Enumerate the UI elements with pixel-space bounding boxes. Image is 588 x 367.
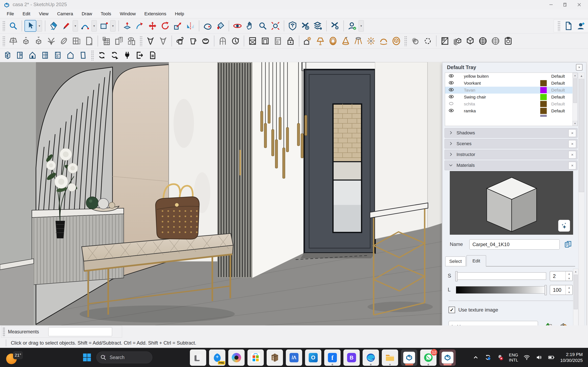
saturation-spinner[interactable]: ▲▼ [566, 271, 572, 281]
measurements-input[interactable] [48, 327, 112, 336]
toolbar-drag-handle[interactable] [2, 36, 5, 46]
wifi-icon[interactable] [522, 353, 531, 362]
chevron-right-icon[interactable] [448, 152, 454, 157]
menu-file[interactable]: File [2, 9, 18, 18]
tag-color-swatch[interactable] [540, 101, 547, 107]
spin-down-icon[interactable]: ▼ [566, 290, 572, 295]
taskbar-app-media-app[interactable] [267, 350, 283, 366]
spot-light-icon[interactable] [352, 35, 364, 47]
trimble-connect-sync-icon[interactable] [299, 20, 311, 32]
tag-color-swatch[interactable] [540, 108, 547, 114]
move-icon[interactable] [147, 20, 158, 32]
window-pair-icon[interactable] [71, 35, 82, 47]
taskbar-app-b-app[interactable]: B [343, 350, 360, 366]
menu-edit[interactable]: Edit [18, 9, 35, 18]
lightness-slider[interactable] [456, 286, 546, 294]
house-outline-icon[interactable] [65, 49, 76, 61]
zoom-icon[interactable] [257, 20, 269, 32]
tab-select[interactable]: Select [445, 257, 466, 266]
scale-icon[interactable] [172, 20, 184, 32]
menu-extensions[interactable]: Extensions [140, 9, 171, 18]
visibility-frames-icon[interactable] [126, 35, 138, 47]
point-light-icon[interactable] [365, 35, 377, 47]
checker-material-icon[interactable] [439, 35, 451, 47]
window-split-icon[interactable] [39, 49, 51, 61]
turntable-icon[interactable] [229, 35, 241, 47]
taskbar-app-facebook[interactable]: f [324, 350, 341, 366]
report-icon[interactable] [147, 49, 158, 61]
loop-b-icon[interactable] [157, 35, 169, 47]
texture-ball-icon[interactable] [477, 35, 489, 47]
start-button[interactable] [81, 352, 93, 363]
panel-grid-icon[interactable] [100, 35, 112, 47]
saturation-slider[interactable] [456, 272, 546, 280]
toolbar-drag-handle[interactable] [2, 21, 5, 31]
tape-measure-icon[interactable] [202, 20, 214, 32]
zoom-extents-icon[interactable] [269, 20, 281, 32]
section-close-button[interactable]: × [568, 129, 576, 137]
sync-icon[interactable] [96, 49, 108, 61]
plugin-icon[interactable] [121, 49, 133, 61]
soft-shadows-icon[interactable] [409, 35, 421, 47]
tray-scrollbar[interactable]: ▲ ▼ [579, 73, 585, 333]
account-icon[interactable] [346, 20, 358, 32]
chevron-right-icon[interactable] [448, 141, 454, 146]
section-shadows[interactable]: Shadows × [444, 128, 578, 138]
saturation-slider-handle[interactable] [455, 271, 458, 281]
toolbar-drag-handle[interactable] [3, 327, 5, 336]
battery-icon[interactable] [547, 353, 556, 362]
section-close-button[interactable]: × [568, 140, 576, 148]
tray-close-button[interactable]: × [576, 64, 582, 71]
flip-along-icon[interactable] [185, 20, 196, 32]
clipboard-cube-icon[interactable] [502, 35, 514, 47]
eraser-icon[interactable] [48, 20, 60, 32]
tag-row[interactable]: Tavan Default [445, 87, 577, 94]
taskbar-app-sketchup[interactable] [401, 350, 417, 366]
menu-window[interactable]: Window [116, 9, 140, 18]
scroll-thumb[interactable] [574, 275, 578, 309]
add-collaborator-icon[interactable] [575, 20, 587, 32]
line-icon[interactable] [61, 20, 72, 32]
menu-help[interactable]: Help [171, 9, 189, 18]
publish-model-icon[interactable] [312, 20, 324, 32]
lightness-value[interactable]: 100 [550, 285, 566, 295]
minimize-button[interactable] [544, 0, 558, 9]
audio-device-icon[interactable] [496, 353, 505, 362]
emitter-cube-icon[interactable] [390, 35, 402, 47]
bowl-icon[interactable] [200, 35, 212, 47]
arcs-icon[interactable] [79, 20, 91, 32]
component-cube-icon[interactable] [464, 35, 476, 47]
frames-icon[interactable] [113, 35, 125, 47]
tag-row[interactable]: Voorkant Default [445, 80, 577, 87]
tag-color-swatch[interactable] [540, 87, 547, 93]
chevron-down-icon[interactable] [448, 163, 454, 168]
section-close-button[interactable]: × [568, 151, 576, 159]
scroll-thumb[interactable] [579, 79, 584, 192]
chevron-right-icon[interactable] [448, 130, 454, 136]
tag-dash-style[interactable]: Default [551, 95, 565, 100]
arcs-dropdown-caret[interactable]: ▾ [91, 20, 97, 32]
visibility-eye-icon[interactable] [448, 73, 454, 80]
tag-dash-style[interactable]: Default [551, 101, 565, 106]
scroll-down-icon[interactable]: ▼ [573, 121, 577, 126]
window-shade-icon[interactable] [247, 35, 259, 47]
taskbar-app-edge-preview[interactable]: PRE [209, 350, 225, 366]
onedrive-sync-icon[interactable] [484, 353, 493, 362]
menu-draw[interactable]: Draw [77, 9, 96, 18]
account-dropdown-caret[interactable]: ▾ [359, 20, 364, 32]
taskbar-app-microsoft-store[interactable] [247, 350, 264, 366]
tag-row[interactable]: yellow buiten Default [445, 73, 577, 80]
toolbar-drag-handle[interactable] [91, 50, 94, 60]
section-close-button[interactable]: × [568, 162, 576, 169]
taskbar-app-file-explorer[interactable] [382, 350, 398, 366]
pan-icon[interactable] [244, 20, 256, 32]
toolbar-drag-handle[interactable] [140, 36, 143, 46]
toolbar-drag-handle[interactable] [404, 36, 407, 46]
select-dropdown-caret[interactable]: ▾ [37, 20, 42, 32]
section-scenes[interactable]: Scenes × [444, 139, 578, 149]
door-window-icon[interactable] [52, 49, 64, 61]
export-icon[interactable] [134, 49, 146, 61]
orbit-icon[interactable] [232, 20, 243, 32]
shapes-dropdown-caret[interactable]: ▾ [110, 20, 116, 32]
taskbar-app-whatsapp[interactable]: 12 [420, 350, 437, 366]
